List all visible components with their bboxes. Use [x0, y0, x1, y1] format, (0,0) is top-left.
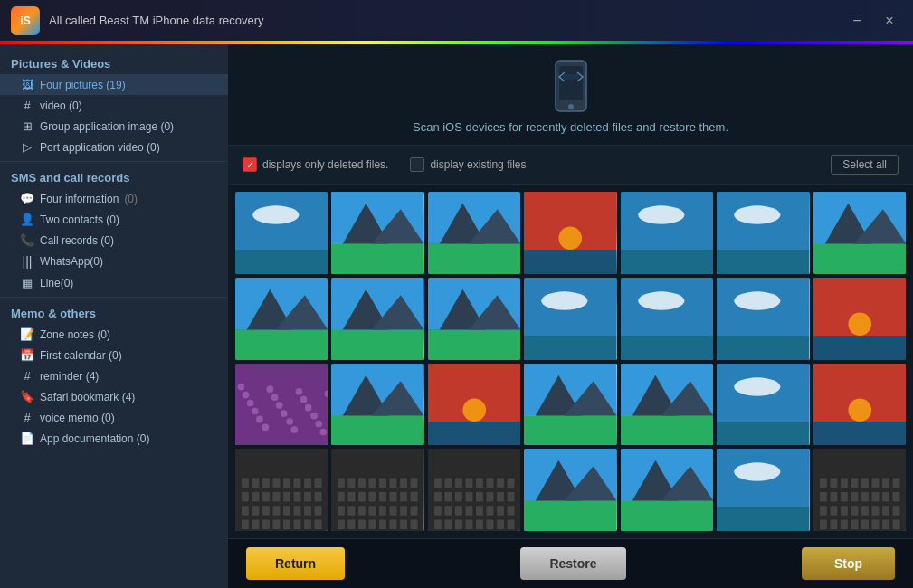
grid-item[interactable]: IMG_0226.JPG — [524, 278, 616, 360]
sidebar-item-four-information[interactable]: 💬 Four information (0) — [0, 188, 228, 209]
svg-point-65 — [296, 387, 303, 394]
sidebar-item-two-contacts[interactable]: 👤 Two contacts (0) — [0, 209, 228, 230]
grid-item[interactable]: S005.JPG — [235, 192, 328, 274]
svg-rect-147 — [368, 506, 376, 517]
svg-rect-115 — [282, 506, 290, 517]
app-logo: iS — [11, 6, 40, 35]
svg-rect-120 — [252, 519, 260, 530]
grid-item[interactable]: IMG_0220.JPG — [717, 364, 809, 446]
sidebar-item-line[interactable]: ▦ Line(0) — [0, 272, 228, 293]
grid-item[interactable]: IMG_0232.JPG — [331, 278, 423, 360]
svg-rect-1 — [559, 66, 583, 100]
filter-existing[interactable]: display existing files — [410, 157, 526, 172]
sidebar-item-four-pictures[interactable]: 🖼 Four pictures (19) — [0, 74, 228, 95]
grid-item[interactable]: IMG_0228.JPG — [428, 278, 520, 360]
svg-rect-186 — [444, 519, 452, 530]
restore-button[interactable]: Restore — [520, 547, 625, 580]
grid-item[interactable]: S005.JPG — [235, 278, 328, 360]
grid-item[interactable]: IMG_0213.JPG — [813, 192, 906, 274]
svg-rect-111 — [241, 506, 249, 517]
close-button[interactable]: × — [877, 8, 902, 33]
svg-point-202 — [734, 463, 780, 481]
thumbnail-15 — [235, 364, 328, 446]
deleted-checkbox[interactable] — [243, 157, 257, 172]
return-button[interactable]: Return — [246, 547, 345, 580]
sidebar-item-zone-notes[interactable]: 📝 Zone notes (0) — [0, 324, 228, 345]
svg-rect-180 — [465, 506, 473, 517]
sidebar-item-label: Call records (0) — [40, 234, 114, 247]
stop-button[interactable]: Stop — [802, 547, 895, 580]
grid-item[interactable]: S005.JPG — [524, 449, 616, 531]
svg-rect-122 — [272, 519, 281, 530]
svg-rect-142 — [400, 492, 408, 503]
svg-rect-145 — [347, 506, 356, 517]
reminder-icon: # — [20, 369, 34, 383]
grid-item[interactable]: S005.JPG — [621, 192, 713, 274]
svg-rect-181 — [475, 506, 483, 517]
svg-rect-130 — [358, 478, 366, 488]
sidebar-item-reminder[interactable]: # reminder (4) — [0, 365, 228, 386]
sidebar-item-video[interactable]: # video (0) — [0, 95, 228, 116]
thumbnail-27 — [717, 449, 809, 531]
grid-item[interactable]: IMG_0718.JPG — [428, 364, 520, 446]
sidebar-item-label: voice memo (0) — [40, 412, 115, 424]
thumbnail-22 — [235, 449, 328, 531]
grid-item[interactable]: IMG_0224.JPG — [717, 278, 809, 360]
svg-rect-127 — [331, 449, 423, 531]
grid-item[interactable]: IMG_0233.PNG — [428, 192, 520, 274]
grid-item[interactable]: S005.JPG — [235, 449, 328, 531]
svg-rect-192 — [507, 519, 515, 530]
svg-rect-177 — [433, 506, 442, 517]
svg-point-69 — [315, 420, 322, 427]
svg-rect-211 — [881, 478, 889, 488]
sidebar-item-label: App documentation (0) — [40, 432, 149, 445]
grid-item[interactable]: S005.JPG — [428, 449, 520, 531]
grid-item[interactable]: S005.JPG — [621, 278, 713, 360]
content-area: Scan iOS devices for recently deleted fi… — [228, 44, 913, 588]
svg-rect-205 — [819, 478, 827, 488]
sidebar-item-voice-memo[interactable]: # voice memo (0) — [0, 407, 228, 428]
grid-item[interactable]: S005.JPG — [524, 364, 616, 446]
grid-item[interactable]: S005.JPG — [235, 364, 328, 446]
svg-rect-213 — [819, 492, 827, 503]
grid-item[interactable]: IMG_0216.JPG — [813, 364, 906, 446]
sidebar-item-label: Two contacts (0) — [40, 213, 119, 226]
svg-rect-151 — [410, 506, 418, 517]
svg-rect-113 — [262, 506, 270, 517]
grid-item[interactable]: IMG_0222.JPG — [331, 364, 423, 446]
sidebar-item-label: Four pictures (19) — [40, 79, 126, 91]
grid-item[interactable]: S005.JPG — [621, 364, 713, 446]
grid-item[interactable]: IMG_0225.JPG — [331, 192, 423, 274]
svg-rect-134 — [400, 478, 408, 488]
sidebar-item-call-records[interactable]: 📞 Call records (0) — [0, 230, 228, 251]
grid-item[interactable]: IMG_0221.JPG — [524, 192, 616, 274]
grid-item[interactable]: S005.JPG — [813, 278, 906, 360]
grid-item[interactable]: S005.JPG — [717, 449, 809, 531]
svg-rect-222 — [829, 506, 837, 517]
svg-rect-233 — [861, 519, 869, 530]
sidebar-item-first-calendar[interactable]: 📅 First calendar (0) — [0, 345, 228, 365]
sidebar-item-port-app-video[interactable]: ▷ Port application video (0) — [0, 137, 228, 157]
grid-item[interactable]: S005.JPG — [717, 192, 809, 274]
grid-item[interactable]: S005.JPG — [331, 449, 423, 531]
sidebar-item-whatsapp[interactable]: ||| WhatsApp(0) — [0, 251, 228, 272]
minimize-button[interactable]: − — [844, 8, 870, 33]
select-all-button[interactable]: Select all — [831, 155, 899, 175]
grid-item[interactable]: S005.JPG — [813, 449, 906, 531]
sidebar-item-app-documentation[interactable]: 📄 App documentation (0) — [0, 428, 228, 449]
sidebar-item-label: Four information — [40, 193, 119, 205]
filter-deleted[interactable]: displays only deleted files. — [243, 157, 388, 172]
existing-checkbox[interactable] — [410, 157, 424, 172]
svg-point-67 — [305, 403, 312, 411]
svg-rect-224 — [851, 506, 859, 517]
sidebar-item-group-app-image[interactable]: ⊞ Group application image (0) — [0, 116, 228, 137]
svg-point-19 — [638, 205, 684, 223]
svg-rect-121 — [262, 519, 270, 530]
svg-rect-150 — [400, 506, 408, 517]
svg-rect-179 — [454, 506, 462, 517]
grid-item[interactable]: S005.JPG — [621, 449, 713, 531]
svg-rect-218 — [871, 492, 880, 503]
svg-rect-128 — [338, 478, 346, 488]
svg-rect-234 — [871, 519, 880, 530]
sidebar-item-safari-bookmark[interactable]: 🔖 Safari bookmark (4) — [0, 386, 228, 407]
